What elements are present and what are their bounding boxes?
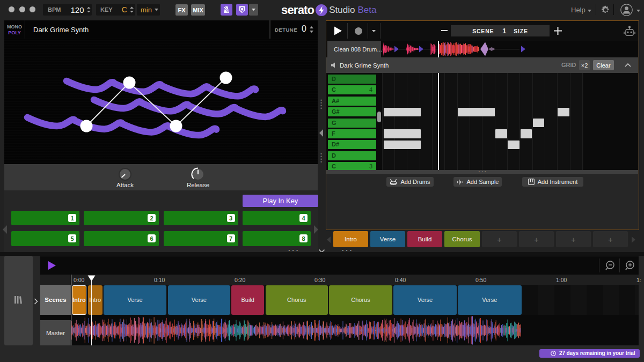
- svg-text:Q: Q: [240, 6, 244, 12]
